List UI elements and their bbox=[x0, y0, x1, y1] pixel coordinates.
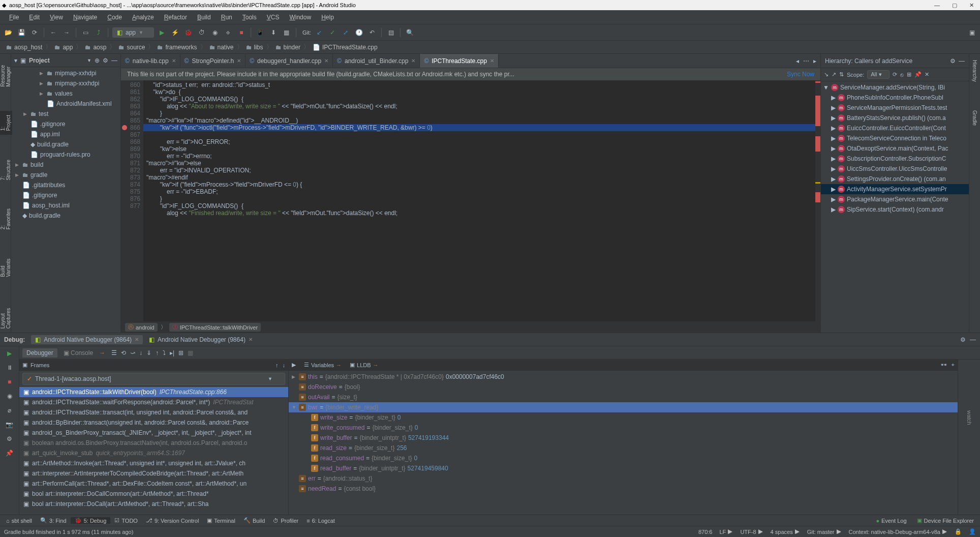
editor-tab[interactable]: ©debuggerd_handler.cpp✕ bbox=[246, 54, 333, 68]
hierarchy-right-tab[interactable]: Hierarchy bbox=[971, 56, 978, 86]
back-icon[interactable]: ← bbox=[48, 27, 58, 38]
variable-row[interactable]: ≡doReceive = {bool} bbox=[289, 382, 958, 392]
gear-icon[interactable]: ⚙ bbox=[960, 336, 966, 343]
cursor-position[interactable]: 870:6 bbox=[698, 529, 713, 535]
error-stripe[interactable] bbox=[815, 80, 820, 321]
sdk-icon[interactable]: ⬇ bbox=[268, 27, 279, 38]
forward-icon[interactable]: → bbox=[62, 27, 72, 38]
editor-tab[interactable]: ©IPCThreadState.cpp✕ bbox=[420, 54, 499, 68]
thread-selector[interactable]: ✓ Thread-1-[wacao.aosp.host] ▼ bbox=[22, 373, 285, 385]
pin-icon[interactable]: 📌 bbox=[5, 448, 15, 458]
gradle-right-tab[interactable]: Gradle bbox=[971, 106, 978, 130]
encoding[interactable]: UTF-8 ⯈ bbox=[740, 529, 763, 535]
drop-frame-icon[interactable]: ⤵ bbox=[163, 349, 166, 356]
close-tab-icon[interactable]: ✕ bbox=[490, 58, 494, 64]
console-tab[interactable]: ▣ Console bbox=[59, 348, 97, 357]
breadcrumb-2[interactable]: 🖿aosp bbox=[83, 44, 108, 51]
menu-code[interactable]: Code bbox=[102, 14, 127, 21]
variable-row[interactable]: fread_size = {binder_size_t} 256 bbox=[289, 443, 958, 453]
sort-icon[interactable]: ⇅ bbox=[839, 71, 844, 78]
bottom-tab[interactable]: ⎇9: Version Control bbox=[142, 517, 203, 524]
tab-nav-left-icon[interactable]: ◂ bbox=[796, 57, 799, 65]
debug-icon[interactable]: 🐞 bbox=[183, 27, 194, 38]
project-node[interactable]: 📄AndroidManifest.xml bbox=[11, 99, 120, 109]
ide-settings-icon[interactable]: ▣ bbox=[967, 27, 977, 38]
close-button[interactable]: ✕ bbox=[969, 2, 974, 9]
more-icon[interactable]: → bbox=[99, 349, 105, 356]
project-node[interactable]: 📄app.iml bbox=[11, 129, 120, 139]
stack-frame[interactable]: ▣android_os_BinderProxy_transact(_JNIEnv… bbox=[19, 428, 288, 438]
hierarchy-tree[interactable]: ▼mServiceManager.addService(String, IBi▶… bbox=[821, 81, 969, 333]
expand-icon[interactable]: ⊞ bbox=[907, 71, 911, 78]
menu-analyze[interactable]: Analyze bbox=[127, 14, 159, 21]
tab-list-icon[interactable]: ⋯ bbox=[803, 57, 809, 65]
stack-frame[interactable]: ▣art::ArtMethod::Invoke(art::Thread*, un… bbox=[19, 458, 288, 468]
close-tab-icon[interactable]: ✕ bbox=[411, 58, 415, 64]
variable-row[interactable]: fwrite_buffer = {binder_uintptr_t} 52741… bbox=[289, 433, 958, 443]
favorites-tab[interactable]: 2: Favorites bbox=[0, 204, 12, 233]
bottom-tab[interactable]: 🔨Build bbox=[239, 517, 269, 524]
run-config-selector[interactable]: ◧ app ▼ bbox=[112, 27, 154, 38]
menu-help[interactable]: Help bbox=[316, 14, 339, 21]
project-node[interactable]: ▶🖿values bbox=[11, 88, 120, 99]
line-separator[interactable]: LF ⯈ bbox=[719, 529, 733, 535]
stack-frame[interactable]: ▣art::PerformCall(art::Thread*, art::Dex… bbox=[19, 479, 288, 489]
project-node[interactable]: ◆build.gradle bbox=[11, 211, 120, 221]
hierarchy-item[interactable]: ▶mPhoneSubInfoController.PhoneSubI bbox=[821, 93, 969, 103]
editor-tab[interactable]: ©android_util_Binder.cpp✕ bbox=[333, 54, 420, 68]
mute-breakpoints-icon[interactable]: ⌀ bbox=[5, 405, 15, 415]
evaluate-icon[interactable]: ⊞ bbox=[178, 349, 183, 356]
add-watch-icon[interactable]: + bbox=[952, 362, 955, 368]
variable-row[interactable]: fread_buffer = {binder_uintptr_t} 527419… bbox=[289, 463, 958, 473]
stack-frame[interactable]: ▣boolean android.os.BinderProxy.transact… bbox=[19, 438, 288, 448]
crumb-namespace[interactable]: ⓝ android bbox=[125, 323, 158, 332]
autoscroll-icon[interactable]: ⎋ bbox=[900, 72, 904, 78]
git-commit-icon[interactable]: ✓ bbox=[327, 27, 338, 38]
bottom-tab[interactable]: ▣Device File Explorer bbox=[913, 517, 978, 524]
project-node[interactable]: 📄.gitignore bbox=[11, 190, 120, 200]
stop-icon[interactable]: ■ bbox=[5, 377, 15, 387]
search-everywhere-icon[interactable]: 🔍 bbox=[405, 27, 415, 38]
run-icon[interactable]: ▶ bbox=[157, 27, 167, 38]
bottom-tab[interactable]: ●Event Log bbox=[872, 517, 910, 524]
stack-frame[interactable]: ▣android::IPCThreadState::waitForRespons… bbox=[19, 397, 288, 407]
breadcrumb-3[interactable]: 🖿source bbox=[116, 44, 147, 51]
project-node[interactable]: ◆build.gradle bbox=[11, 139, 120, 150]
project-node[interactable]: 📄proguard-rules.pro bbox=[11, 150, 120, 160]
bottom-tab[interactable]: ▣Terminal bbox=[203, 517, 239, 524]
run-to-cursor-icon[interactable]: ▸| bbox=[170, 349, 174, 356]
resume-icon[interactable]: ▶ bbox=[5, 348, 15, 359]
git-update-icon[interactable]: ↙ bbox=[314, 27, 324, 38]
debug-session[interactable]: ◧Android Native Debugger (9864)✕ bbox=[31, 335, 143, 344]
editor-tab[interactable]: ©StrongPointer.h✕ bbox=[180, 54, 246, 68]
code-area[interactable]: "id">status_t err; err: android::"id">st… bbox=[143, 80, 815, 321]
variable-row[interactable]: fread_consumed = {binder_size_t} 0 bbox=[289, 453, 958, 463]
variable-row[interactable]: ≡outAvail = {size_t} bbox=[289, 392, 958, 402]
lldb-tab[interactable]: ▣LLDB → bbox=[350, 362, 379, 368]
editor-body[interactable]: 8608618628638648658668678688698708718728… bbox=[121, 80, 820, 321]
restore-icon[interactable]: ⟲ bbox=[121, 349, 126, 356]
coverage-icon[interactable]: ◉ bbox=[210, 27, 220, 38]
maximize-button[interactable]: ▢ bbox=[952, 2, 957, 9]
pause-icon[interactable]: ⏸ bbox=[5, 363, 15, 373]
breadcrumb-6[interactable]: 🖿libs bbox=[244, 44, 265, 51]
breadcrumb-5[interactable]: 🖿native bbox=[207, 44, 236, 51]
collapse-icon[interactable]: — bbox=[970, 336, 976, 343]
stack-frame[interactable]: ▣android::BpBinder::transact(unsigned in… bbox=[19, 417, 288, 428]
layout-captures-tab[interactable]: Layout Captures bbox=[0, 302, 12, 333]
hierarchy-item[interactable]: ▶mSubscriptionController.SubscriptionC bbox=[821, 154, 969, 164]
project-node[interactable]: 📄aosp_host.iml bbox=[11, 200, 120, 211]
breakpoint-icon[interactable] bbox=[122, 125, 127, 130]
refresh-icon[interactable]: ⟳ bbox=[893, 71, 897, 78]
hierarchy-item[interactable]: ▶mBatteryStatsService.publish() (com.a bbox=[821, 113, 969, 123]
step-over-icon[interactable]: ⤻ bbox=[130, 349, 135, 356]
hierarchy-item[interactable]: ▶mSipService.start(Context) (com.andr bbox=[821, 204, 969, 215]
stack-frame[interactable]: ▣android::IPCThreadState::transact(int, … bbox=[19, 407, 288, 417]
project-dropdown-icon[interactable]: ▾ bbox=[14, 57, 17, 64]
memory-indicator-icon[interactable]: 👤 bbox=[969, 528, 976, 535]
close-icon[interactable]: ✕ bbox=[925, 71, 929, 78]
layout-inspector-icon[interactable]: ▦ bbox=[282, 27, 292, 38]
pin-icon[interactable]: 📌 bbox=[914, 71, 922, 78]
breadcrumb-8[interactable]: 📄IPCThreadState.cpp bbox=[311, 44, 380, 51]
stack-frame[interactable]: ▣android::IPCThreadState::talkWithDriver… bbox=[19, 387, 288, 397]
